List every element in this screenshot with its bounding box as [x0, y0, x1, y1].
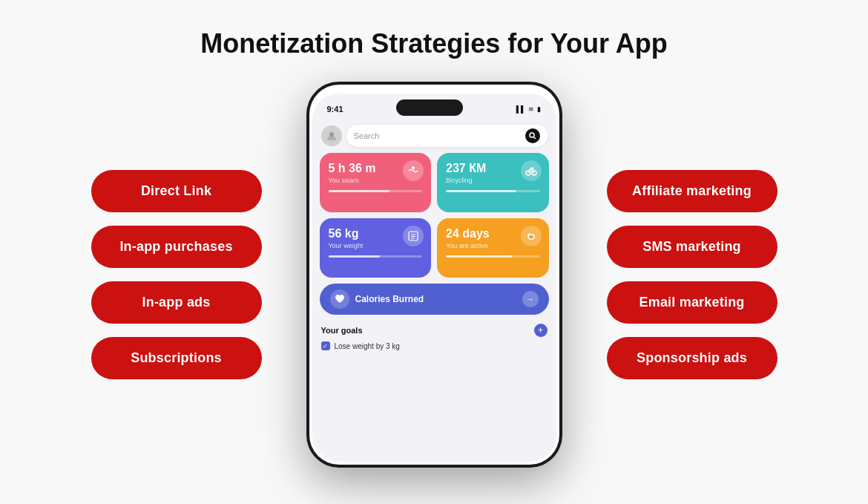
- svg-point-14: [533, 235, 534, 236]
- goals-add-button[interactable]: +: [534, 324, 548, 337]
- swim-progress: [329, 190, 423, 192]
- search-placeholder: Search: [354, 131, 521, 140]
- weight-progress: [329, 255, 423, 258]
- search-icon: [525, 128, 540, 143]
- bike-progress: [446, 190, 540, 192]
- wifi-icon: ≋: [528, 105, 534, 113]
- search-box[interactable]: Search: [346, 125, 548, 147]
- signal-icon: ▌▌: [516, 105, 526, 113]
- sms-marketing-button[interactable]: SMS marketing: [607, 226, 777, 268]
- bike-icon: [521, 160, 542, 181]
- subscriptions-button[interactable]: Subscriptions: [91, 337, 262, 379]
- calories-arrow-icon: →: [522, 291, 539, 307]
- bike-card: 237 КМ Bicycling: [437, 153, 549, 212]
- goal-text: Lose weight by 3 kg: [335, 342, 400, 350]
- status-bar: 9:41 ▌▌ ≋ ▮: [312, 94, 556, 122]
- status-icons: ▌▌ ≋ ▮: [516, 105, 542, 113]
- active-icon: [521, 226, 542, 246]
- goals-header: Your goals +: [321, 324, 548, 337]
- svg-point-13: [527, 234, 530, 236]
- phone-outer: 9:41 ▌▌ ≋ ▮: [306, 82, 562, 468]
- status-time: 9:41: [327, 105, 343, 114]
- dynamic-island: [396, 99, 463, 116]
- swim-icon: [403, 160, 424, 181]
- page-title: Monetization Strategies for Your App: [200, 28, 667, 59]
- phone-mockup: 9:41 ▌▌ ≋ ▮: [306, 82, 562, 468]
- goals-section: Your goals + ✓ Lose weight by 3 kg: [312, 321, 556, 353]
- cards-grid: 5 h 36 m You swam: [312, 153, 556, 284]
- active-progress: [446, 255, 540, 258]
- goal-item: ✓ Lose weight by 3 kg: [321, 341, 548, 350]
- in-app-purchases-button[interactable]: In-app purchases: [91, 226, 262, 268]
- battery-icon: ▮: [537, 105, 541, 113]
- right-buttons: Affiliate marketing SMS marketing Email …: [607, 170, 800, 379]
- avatar: [321, 125, 342, 146]
- email-marketing-button[interactable]: Email marketing: [607, 281, 777, 324]
- left-buttons: Direct Link In-app purchases In-app ads …: [69, 170, 262, 379]
- phone-inner: 9:41 ▌▌ ≋ ▮: [309, 85, 559, 465]
- swim-card: 5 h 36 m You swam: [320, 153, 432, 212]
- phone-screen: 9:41 ▌▌ ≋ ▮: [312, 94, 556, 462]
- goal-checkbox[interactable]: ✓: [321, 341, 330, 350]
- content-area: Direct Link In-app purchases In-app ads …: [0, 82, 868, 468]
- calories-text: Calories Burned: [355, 294, 516, 304]
- goals-title: Your goals: [321, 326, 363, 335]
- weight-icon: [403, 226, 424, 246]
- heart-icon: [330, 289, 349, 309]
- active-card: 24 days You are active: [437, 218, 549, 278]
- sponsorship-ads-button[interactable]: Sponsorship ads: [607, 337, 777, 379]
- search-area: Search: [312, 122, 556, 153]
- affiliate-marketing-button[interactable]: Affiliate marketing: [607, 170, 777, 212]
- calories-row[interactable]: Calories Burned →: [320, 284, 549, 315]
- svg-point-1: [530, 133, 534, 137]
- svg-point-3: [412, 166, 415, 169]
- direct-link-button[interactable]: Direct Link: [91, 170, 262, 212]
- svg-line-2: [533, 137, 536, 140]
- weight-card: 56 kg Your weight: [320, 218, 432, 278]
- in-app-ads-button[interactable]: In-app ads: [91, 281, 262, 324]
- svg-point-6: [532, 168, 533, 169]
